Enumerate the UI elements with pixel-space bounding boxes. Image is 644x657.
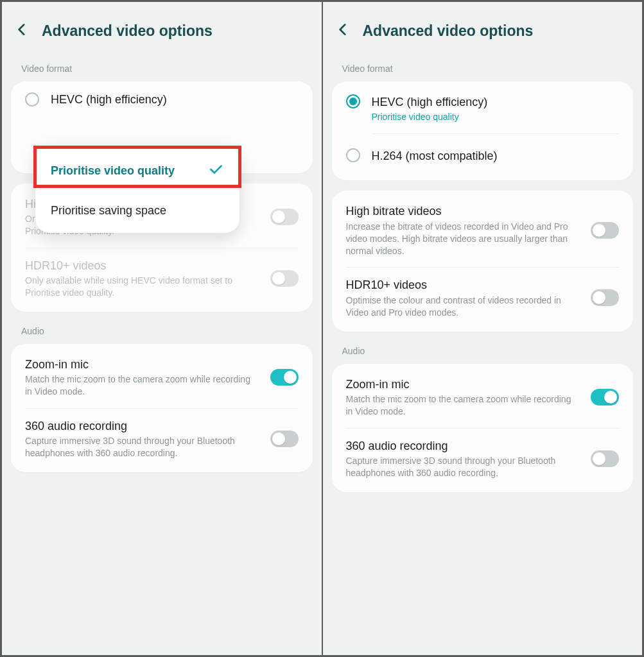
section-video-format: Video format — [2, 60, 322, 81]
audio360-title: 360 audio recording — [346, 438, 580, 454]
back-icon[interactable] — [335, 21, 351, 40]
hdr-title: HDR10+ videos — [25, 258, 259, 273]
check-icon — [207, 161, 224, 181]
zoom-mic-title: Zoom-in mic — [346, 377, 580, 392]
audio360-title: 360 audio recording — [25, 418, 259, 434]
audio360-text: 360 audio recording Capture immersive 3D… — [346, 438, 580, 479]
popup-opt2-label: Prioritise saving space — [51, 204, 166, 218]
high-bitrate-text: High bitrate videos Increase the bitrate… — [346, 203, 580, 257]
high-bitrate-sub: Increase the bitrate of videos recorded … — [346, 219, 580, 257]
hevc-label: HEVC (high efficiency) — [372, 94, 620, 110]
phone-right: Advanced video options Video format HEVC… — [323, 2, 643, 655]
zoom-mic-text: Zoom-in mic Match the mic zoom to the ca… — [25, 357, 259, 398]
hdr-row[interactable]: HDR10+ videos Optimise the colour and co… — [332, 267, 634, 328]
phone-left: Advanced video options Video format HEVC… — [2, 2, 322, 655]
hdr-text: HDR10+ videos Only available while using… — [25, 258, 259, 299]
popup-prioritise-space[interactable]: Prioritise saving space — [35, 192, 239, 229]
hdr-sub: Optimise the colour and contrast of vide… — [346, 293, 580, 319]
hevc-label: HEVC (high efficiency) — [51, 92, 167, 107]
section-video-format: Video format — [323, 60, 643, 81]
header: Advanced video options — [323, 2, 643, 60]
video-format-card: HEVC (high efficiency) Prioritise video … — [332, 81, 634, 180]
zoom-mic-text: Zoom-in mic Match the mic zoom to the ca… — [346, 377, 580, 418]
priority-popup: Prioritise video quality Prioritise savi… — [35, 146, 239, 233]
radio-unselected-icon[interactable] — [25, 92, 39, 107]
hdr-row: HDR10+ videos Only available while using… — [11, 248, 313, 309]
zoom-mic-sub: Match the mic zoom to the camera zoom wh… — [346, 392, 580, 418]
section-audio: Audio — [323, 342, 643, 364]
audio360-sub: Capture immersive 3D sound through your … — [346, 454, 580, 479]
hdr-title: HDR10+ videos — [346, 277, 580, 293]
audio360-toggle[interactable] — [270, 431, 299, 447]
section-audio: Audio — [2, 322, 322, 344]
popup-opt1-label: Prioritise video quality — [51, 164, 175, 178]
audio360-toggle[interactable] — [591, 450, 619, 467]
popup-prioritise-quality[interactable]: Prioritise video quality — [35, 149, 239, 192]
audio360-row[interactable]: 360 audio recording Capture immersive 3D… — [11, 408, 313, 470]
format-h264-row[interactable]: H.264 (most compatible) — [332, 134, 634, 178]
audio-card: Zoom-in mic Match the mic zoom to the ca… — [332, 364, 634, 492]
hdr-text: HDR10+ videos Optimise the colour and co… — [346, 277, 580, 318]
h264-label: H.264 (most compatible) — [372, 148, 620, 164]
audio360-row[interactable]: 360 audio recording Capture immersive 3D… — [332, 428, 634, 490]
bitrate-hdr-card: High bitrate videos Increase the bitrate… — [332, 191, 634, 331]
zoom-mic-row[interactable]: Zoom-in mic Match the mic zoom to the ca… — [11, 346, 313, 408]
radio-unselected-icon[interactable] — [346, 148, 360, 162]
format-hevc-row[interactable]: HEVC (high efficiency) — [11, 83, 313, 112]
hdr-sub: Only available while using HEVC video fo… — [25, 273, 259, 299]
page-title: Advanced video options — [363, 22, 534, 40]
zoom-mic-sub: Match the mic zoom to the camera zoom wh… — [25, 372, 259, 398]
hdr-toggle — [270, 270, 299, 287]
zoom-mic-row[interactable]: Zoom-in mic Match the mic zoom to the ca… — [332, 366, 634, 428]
zoom-mic-title: Zoom-in mic — [25, 357, 259, 372]
audio-card: Zoom-in mic Match the mic zoom to the ca… — [11, 344, 313, 472]
zoom-mic-toggle[interactable] — [591, 389, 619, 405]
audio360-sub: Capture immersive 3D sound through your … — [25, 434, 259, 459]
page-title: Advanced video options — [42, 22, 213, 40]
high-bitrate-toggle[interactable] — [591, 222, 619, 239]
back-icon[interactable] — [13, 21, 30, 40]
hevc-sublabel: Prioritise video quality — [372, 110, 620, 123]
audio360-text: 360 audio recording Capture immersive 3D… — [25, 418, 259, 459]
zoom-mic-toggle[interactable] — [270, 369, 299, 386]
high-bitrate-toggle — [270, 209, 299, 225]
header: Advanced video options — [2, 2, 322, 60]
format-hevc-row[interactable]: HEVC (high efficiency) Prioritise video … — [332, 84, 634, 133]
hdr-toggle[interactable] — [591, 289, 619, 306]
high-bitrate-row[interactable]: High bitrate videos Increase the bitrate… — [332, 193, 634, 267]
radio-selected-icon[interactable] — [346, 94, 360, 108]
high-bitrate-title: High bitrate videos — [346, 203, 580, 219]
